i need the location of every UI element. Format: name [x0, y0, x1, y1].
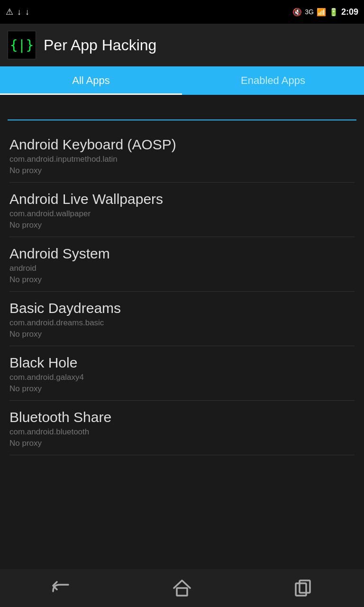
app-title: Per App Hacking [44, 37, 156, 54]
search-input[interactable] [8, 102, 356, 120]
app-package: com.android.dreams.basic [9, 318, 355, 328]
status-right-icons: 🔇 3G 📶 🔋 2:09 [292, 7, 358, 17]
app-package: com.android.galaxy4 [9, 373, 355, 382]
divider [9, 455, 355, 455]
warning-icon: ⚠ [6, 7, 13, 17]
back-icon [50, 581, 71, 595]
recent-apps-button[interactable] [284, 574, 322, 602]
app-proxy: No proxy [9, 439, 355, 448]
signal-bars-icon: 📶 [317, 8, 326, 17]
search-area [0, 95, 364, 128]
svg-rect-2 [300, 580, 310, 593]
app-bar: {|} Per App Hacking [0, 24, 364, 66]
app-name: Basic Daydreams [9, 300, 355, 316]
status-time: 2:09 [341, 7, 358, 17]
app-name: Black Hole [9, 355, 355, 371]
app-package: com.android.wallpaper [9, 209, 355, 219]
app-list: Android Keyboard (AOSP) com.android.inpu… [0, 128, 364, 569]
tab-all-apps[interactable]: All Apps [0, 66, 182, 95]
battery-icon: 🔋 [329, 8, 338, 17]
app-proxy: No proxy [9, 221, 355, 230]
list-item[interactable]: Basic Daydreams com.android.dreams.basic… [0, 292, 364, 339]
home-button[interactable] [163, 574, 201, 602]
recent-apps-icon [295, 579, 312, 597]
mute-icon: 🔇 [292, 8, 302, 17]
tab-enabled-apps[interactable]: Enabled Apps [182, 66, 364, 95]
app-name: Bluetooth Share [9, 409, 355, 425]
status-bar: ⚠ ↓ ↓ 🔇 3G 📶 🔋 2:09 [0, 0, 364, 24]
list-item[interactable]: Android Keyboard (AOSP) com.android.inpu… [0, 128, 364, 175]
app-package: com.android.inputmethod.latin [9, 155, 355, 164]
app-proxy: No proxy [9, 330, 355, 339]
app-icon: {|} [8, 31, 36, 59]
list-item[interactable]: Android Live Wallpapers com.android.wall… [0, 183, 364, 230]
list-item[interactable]: Android System android No proxy [0, 237, 364, 285]
home-icon [173, 579, 191, 597]
app-name: Android Keyboard (AOSP) [9, 137, 355, 153]
nav-bar [0, 569, 364, 607]
back-button[interactable] [42, 574, 80, 602]
download2-icon: ↓ [25, 7, 29, 17]
tab-bar: All Apps Enabled Apps [0, 66, 364, 95]
signal-label: 3G [305, 8, 314, 16]
app-proxy: No proxy [9, 275, 355, 285]
app-name: Android System [9, 246, 355, 262]
status-left-icons: ⚠ ↓ ↓ [6, 7, 29, 17]
app-name: Android Live Wallpapers [9, 191, 355, 207]
app-package: com.android.bluetooth [9, 427, 355, 437]
list-item[interactable]: Bluetooth Share com.android.bluetooth No… [0, 401, 364, 448]
download1-icon: ↓ [17, 7, 21, 17]
list-item[interactable]: Black Hole com.android.galaxy4 No proxy [0, 346, 364, 394]
svg-rect-1 [296, 583, 306, 596]
app-proxy: No proxy [9, 384, 355, 394]
app-package: android [9, 264, 355, 273]
app-proxy: No proxy [9, 166, 355, 175]
svg-rect-0 [177, 588, 187, 596]
